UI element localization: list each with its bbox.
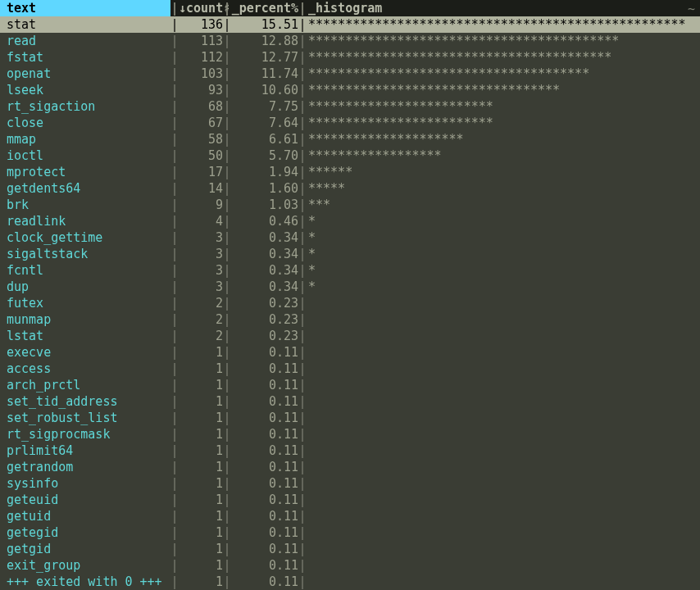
cell-percent: 7.75 [231, 98, 298, 115]
table-row[interactable]: munmap|2|0.23| [0, 311, 700, 328]
col-separator: | [170, 148, 179, 164]
table-row[interactable]: rt_sigprocmask|1|0.11| [0, 426, 700, 442]
col-header-count[interactable]: ↓count♯ [179, 0, 223, 16]
cell-text: arch_prctl [0, 377, 170, 393]
cell-count: 67 [179, 115, 223, 131]
table-row[interactable]: arch_prctl|1|0.11| [0, 377, 700, 393]
col-separator: | [170, 459, 179, 475]
cell-text: getegid [0, 524, 170, 541]
col-separator: | [298, 148, 307, 164]
cell-percent: 0.11 [231, 361, 298, 377]
col-separator: | [298, 246, 307, 262]
col-separator: | [170, 361, 179, 377]
cell-percent: 0.23 [231, 311, 298, 328]
cell-hist: *** [307, 197, 700, 213]
table-row[interactable]: mmap|58|6.61|********************* [0, 131, 700, 148]
col-separator: | [170, 311, 179, 328]
cell-hist [307, 426, 700, 442]
table-row[interactable]: prlimit64|1|0.11| [0, 442, 700, 459]
table-row[interactable]: close|67|7.64|************************* [0, 115, 700, 131]
table-row[interactable]: getdents64|14|1.60|***** [0, 180, 700, 197]
cell-hist: ************************* [307, 98, 700, 115]
col-header-percent[interactable]: _percent% [231, 0, 298, 16]
table-row[interactable]: fcntl|3|0.34|* [0, 262, 700, 279]
cell-percent: 15.51 [231, 16, 298, 33]
cell-count: 2 [179, 328, 223, 344]
col-separator: | [298, 574, 307, 590]
table-row[interactable]: sigaltstack|3|0.34|* [0, 246, 700, 262]
cell-count: 1 [179, 410, 223, 426]
cell-count: 1 [179, 557, 223, 574]
cell-percent: 0.23 [231, 328, 298, 344]
cell-percent: 7.64 [231, 115, 298, 131]
col-separator: | [170, 246, 179, 262]
table-row[interactable]: sysinfo|1|0.11| [0, 475, 700, 492]
cell-hist: * [307, 246, 700, 262]
col-separator: | [170, 262, 179, 279]
table-row[interactable]: mprotect|17|1.94|****** [0, 164, 700, 180]
cell-percent: 0.11 [231, 475, 298, 492]
cell-text: lstat [0, 328, 170, 344]
table-row[interactable]: geteuid|1|0.11| [0, 492, 700, 508]
cell-hist [307, 574, 700, 590]
table-row[interactable]: read|113|12.88|*************************… [0, 33, 700, 49]
table-row[interactable]: readlink|4|0.46|* [0, 213, 700, 229]
col-separator: | [298, 49, 307, 66]
table-row[interactable]: lseek|93|10.60|*************************… [0, 82, 700, 98]
cell-text: dup [0, 279, 170, 295]
table-row[interactable]: exit_group|1|0.11| [0, 557, 700, 574]
cell-percent: 0.11 [231, 557, 298, 574]
cell-text: sigaltstack [0, 246, 170, 262]
col-separator: | [298, 492, 307, 508]
col-separator: | [223, 459, 231, 475]
cell-text: rt_sigprocmask [0, 426, 170, 442]
table-row[interactable]: fstat|112|12.77|************************… [0, 49, 700, 66]
col-separator: | [298, 426, 307, 442]
cell-text: rt_sigaction [0, 98, 170, 115]
col-separator: | [223, 393, 231, 410]
table-row[interactable]: getegid|1|0.11| [0, 524, 700, 541]
col-separator: | [298, 115, 307, 131]
cell-percent: 0.11 [231, 541, 298, 557]
table-row[interactable]: execve|1|0.11| [0, 344, 700, 361]
col-separator: | [298, 213, 307, 229]
cell-count: 3 [179, 279, 223, 295]
cell-hist: ********************************** [307, 82, 700, 98]
table-row[interactable]: brk|9|1.03|*** [0, 197, 700, 213]
cell-count: 1 [179, 377, 223, 393]
cell-count: 3 [179, 262, 223, 279]
col-separator: | [170, 574, 179, 590]
table-row[interactable]: set_tid_address|1|0.11| [0, 393, 700, 410]
table-row[interactable]: getuid|1|0.11| [0, 508, 700, 524]
cell-hist: ************************************** [307, 66, 700, 82]
table-row[interactable]: getgid|1|0.11| [0, 541, 700, 557]
table-row[interactable]: ioctl|50|5.70|****************** [0, 148, 700, 164]
table-row[interactable]: +++ exited with 0 +++|1|0.11| [0, 574, 700, 590]
col-separator: | [298, 508, 307, 524]
col-header-histogram[interactable]: _histogram [307, 0, 700, 16]
col-separator: | [223, 311, 231, 328]
cell-hist [307, 557, 700, 574]
table-row[interactable]: set_robust_list|1|0.11| [0, 410, 700, 426]
cell-count: 2 [179, 295, 223, 311]
frequency-table[interactable]: text | ↓count♯ | _percent% | _histogram … [0, 0, 700, 590]
cell-count: 1 [179, 492, 223, 508]
cell-hist [307, 311, 700, 328]
table-row[interactable]: lstat|2|0.23| [0, 328, 700, 344]
col-separator: | [223, 33, 231, 49]
table-row[interactable]: clock_gettime|3|0.34|* [0, 229, 700, 246]
table-row[interactable]: openat|103|11.74|***********************… [0, 66, 700, 82]
col-separator: | [223, 66, 231, 82]
table-row[interactable]: stat|136|15.51|*************************… [0, 16, 700, 33]
table-row[interactable]: getrandom|1|0.11| [0, 459, 700, 475]
table-row[interactable]: rt_sigaction|68|7.75|*******************… [0, 98, 700, 115]
col-header-text[interactable]: text [0, 0, 170, 16]
cell-percent: 0.34 [231, 246, 298, 262]
col-separator: | [170, 344, 179, 361]
table-row[interactable]: access|1|0.11| [0, 361, 700, 377]
cell-hist: * [307, 279, 700, 295]
table-header[interactable]: text | ↓count♯ | _percent% | _histogram [0, 0, 700, 16]
table-row[interactable]: dup|3|0.34|* [0, 279, 700, 295]
col-separator: | [223, 344, 231, 361]
table-row[interactable]: futex|2|0.23| [0, 295, 700, 311]
